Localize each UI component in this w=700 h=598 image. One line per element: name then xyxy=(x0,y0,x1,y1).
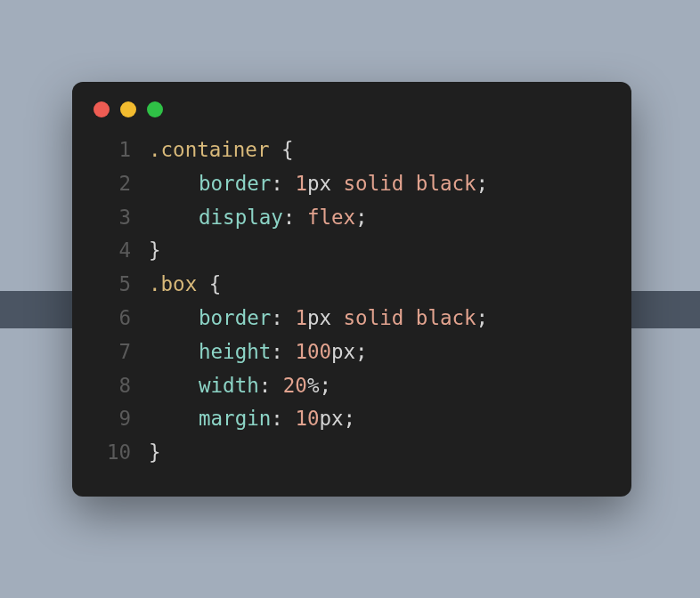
token-prop: display xyxy=(199,206,283,229)
line-number: 8 xyxy=(94,369,131,403)
line-number: 5 xyxy=(94,268,131,302)
token-num: 20 xyxy=(283,374,307,397)
code-line: 8width: 20%; xyxy=(94,369,610,403)
line-content: } xyxy=(149,436,161,470)
code-line: 10} xyxy=(94,436,610,470)
token-prop: border xyxy=(199,172,271,195)
token-plain xyxy=(403,172,416,195)
token-unit: px xyxy=(307,306,331,329)
token-selector: .box xyxy=(149,272,197,295)
code-line: 3display: flex; xyxy=(94,201,610,235)
code-line: 5.box { xyxy=(94,268,610,302)
line-content: width: 20%; xyxy=(149,369,331,403)
token-plain xyxy=(331,172,344,195)
token-value: flex xyxy=(307,206,355,229)
token-punct: ; xyxy=(476,306,489,329)
line-content: margin: 10px; xyxy=(149,402,355,436)
code-line: 4} xyxy=(94,234,610,268)
line-content: display: flex; xyxy=(149,201,368,235)
line-content: border: 1px solid black; xyxy=(149,302,488,335)
token-plain xyxy=(269,138,281,161)
token-punct: { xyxy=(209,272,222,295)
token-num: 100 xyxy=(295,340,331,363)
line-number: 9 xyxy=(94,402,131,436)
code-editor-window: 1.container {2border: 1px solid black;3d… xyxy=(72,82,631,497)
token-value: black xyxy=(416,172,476,195)
token-value: solid xyxy=(344,172,404,195)
line-number: 10 xyxy=(94,436,131,470)
line-number: 6 xyxy=(94,302,131,335)
token-punct: : xyxy=(271,407,295,430)
token-punct: ; xyxy=(355,340,368,363)
code-line: 2border: 1px solid black; xyxy=(94,167,610,201)
token-unit: px xyxy=(319,407,343,430)
line-content: .container { xyxy=(149,133,294,167)
line-number: 4 xyxy=(94,234,131,268)
line-number: 7 xyxy=(94,335,131,369)
token-prop: border xyxy=(199,306,271,329)
token-punct: : xyxy=(271,172,295,195)
code-line: 7height: 100px; xyxy=(94,335,610,369)
line-content: border: 1px solid black; xyxy=(149,167,488,201)
token-num: 10 xyxy=(295,407,319,430)
token-num: 1 xyxy=(295,172,307,195)
line-number: 1 xyxy=(94,133,131,167)
token-unit: % xyxy=(307,374,320,397)
token-punct: : xyxy=(271,306,295,329)
token-punct: : xyxy=(271,340,295,363)
token-selector: .container xyxy=(149,138,269,161)
token-punct: ; xyxy=(476,172,489,195)
code-line: 9margin: 10px; xyxy=(94,402,610,436)
line-content: } xyxy=(149,234,161,268)
line-number: 2 xyxy=(94,167,131,201)
token-punct: ; xyxy=(319,374,331,397)
token-plain xyxy=(197,272,209,295)
token-plain xyxy=(403,306,416,329)
code-line: 6border: 1px solid black; xyxy=(94,302,610,335)
token-punct: { xyxy=(281,138,294,161)
token-prop: width xyxy=(199,374,259,397)
token-punct: : xyxy=(283,206,307,229)
token-punct: } xyxy=(149,238,161,262)
line-content: height: 100px; xyxy=(149,335,368,369)
token-punct: ; xyxy=(344,407,356,430)
minimize-icon[interactable] xyxy=(120,101,136,117)
token-num: 1 xyxy=(295,306,307,329)
token-unit: px xyxy=(307,172,331,195)
token-value: black xyxy=(416,306,476,329)
token-value: solid xyxy=(344,306,404,329)
window-titlebar xyxy=(72,82,631,126)
line-content: .box { xyxy=(149,268,221,302)
token-prop: height xyxy=(199,340,271,363)
token-unit: px xyxy=(331,340,355,363)
token-plain xyxy=(331,306,344,329)
code-line: 1.container { xyxy=(94,133,610,167)
code-area[interactable]: 1.container {2border: 1px solid black;3d… xyxy=(72,126,631,470)
line-number: 3 xyxy=(94,201,131,235)
maximize-icon[interactable] xyxy=(147,101,163,117)
token-punct: : xyxy=(259,374,283,397)
token-prop: margin xyxy=(199,407,271,430)
token-punct: ; xyxy=(355,206,368,229)
close-icon[interactable] xyxy=(94,101,110,117)
token-punct: } xyxy=(149,440,161,464)
